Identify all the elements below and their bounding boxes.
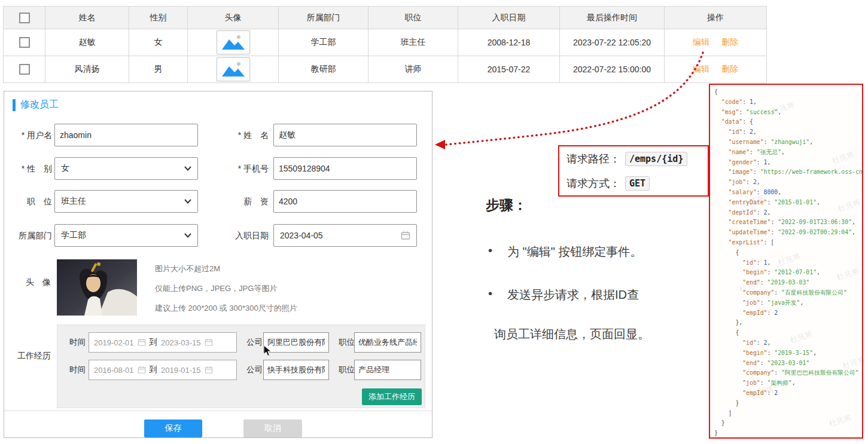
table-row: 赵敏 女 学工部 班主任 2008-12-18 2023-07-22 12:05… [4,29,767,56]
portrait-image [57,259,137,316]
avatar-thumbnail[interactable] [217,57,250,81]
position-input[interactable] [354,332,421,353]
table-header-row: 姓名 性别 头像 所属部门 职位 入职日期 最后操作时间 操作 [4,7,767,29]
avatar-hint: 仅能上传PNG，JPEG，JPG等图片 [155,283,277,294]
salary-label: 薪 资 [226,190,269,213]
chevron-down-icon [184,199,191,204]
json-code: { "code": 1, "msg": "success", "data": {… [714,87,862,439]
begin-date: 2016-08-01 [94,366,134,375]
cell-update-time: 2023-07-22 12:05:20 [560,29,665,56]
bullet: • [488,244,492,258]
calendar-icon [205,366,213,374]
edit-employee-modal: 修改员工 * 用户名 * 姓 名 * 性 别 女 * 手机号 职 位 班主任 薪… [4,91,433,438]
request-method-label: 请求方式： [567,176,620,191]
username-input[interactable] [54,124,198,146]
chevron-down-icon [184,233,191,238]
image-icon [220,33,246,51]
gender-label: * 性 别 [9,157,52,180]
time-label: 时间 [69,332,86,353]
cell-name: 赵敏 [45,29,129,56]
title-accent-bar [13,99,16,111]
avatar-photo[interactable] [57,259,137,316]
company-label: 公司 [246,360,263,380]
step-item: • 发送异步请求，根据ID查 [486,287,639,303]
column-header-job: 职位 [368,7,458,29]
begin-date: 2019-02-01 [94,338,134,347]
request-info-box: 请求路径： /emps/{id} 请求方式： GET [558,145,709,197]
column-header-update-time: 最后操作时间 [560,7,665,29]
cancel-button[interactable]: 取消 [243,419,302,437]
cell-entry-date: 2008-12-18 [458,29,560,56]
modal-footer: 保存 取消 [4,411,432,438]
save-button[interactable]: 保存 [144,419,202,437]
table-row: 风清扬 男 教研部 讲师 2015-07-22 2022-07-22 15:00… [4,56,767,83]
experience-date-range[interactable]: 2016-08-01 到 2019-01-15 [89,360,237,380]
avatar-hint: 图片大小不超过2M [155,264,220,274]
company-input[interactable] [263,332,329,353]
request-method-value: GET [625,176,650,191]
name-label: * 姓 名 [226,124,269,146]
row-checkbox[interactable] [19,37,30,48]
avatar-label: 头 像 [9,259,51,305]
employee-table: 姓名 性别 头像 所属部门 职位 入职日期 最后操作时间 操作 赵敏 女 学工部 [3,6,767,83]
position-label: 职位 [339,332,355,353]
cell-update-time: 2022-07-22 15:00:00 [560,56,665,83]
select-all-cell [4,7,45,29]
select-all-checkbox[interactable] [19,13,30,23]
cell-job: 班主任 [368,29,458,56]
position-input[interactable] [354,360,421,380]
job-label: 职 位 [9,190,52,213]
name-input[interactable] [273,124,417,146]
step-item: • 为 "编辑" 按钮绑定事件。 [486,244,642,260]
username-label: * 用户名 [9,124,52,146]
column-header-actions: 操作 [665,7,767,29]
calendar-icon [401,231,410,240]
position-label: 职位 [339,360,355,380]
calendar-icon [138,338,146,347]
delete-link[interactable]: 删除 [721,64,738,74]
calendar-icon [138,366,146,374]
column-header-gender: 性别 [129,7,188,29]
cell-dept: 教研部 [279,56,368,83]
company-input[interactable] [263,360,329,380]
column-header-name: 姓名 [45,7,129,29]
column-header-avatar: 头像 [188,7,279,29]
steps-heading: 步骤： [486,196,527,215]
job-select-value: 班主任 [61,196,86,207]
entry-date-value: 2023-04-05 [280,231,323,240]
time-label: 时间 [69,360,86,380]
json-response-panel: { "code": 1, "msg": "success", "data": {… [709,84,863,439]
phone-label: * 手机号 [226,157,269,180]
dept-select-value: 学工部 [61,230,86,241]
experience-date-range[interactable]: 2019-02-01 到 2023-03-15 [89,332,237,353]
company-label: 公司 [246,332,263,353]
chevron-down-icon [184,166,191,171]
gender-select-value: 女 [61,163,69,174]
dept-select[interactable]: 学工部 [54,224,198,247]
date-range-separator: 到 [150,365,158,375]
avatar-thumbnail[interactable] [217,30,250,54]
date-range-separator: 到 [150,337,158,348]
request-path-label: 请求路径： [567,152,620,166]
column-header-dept: 所属部门 [279,7,368,29]
step-item-continuation: 询员工详细信息，页面回显。 [494,326,650,342]
edit-link[interactable]: 编辑 [693,37,709,47]
end-date: 2023-03-15 [161,338,201,347]
end-date: 2019-01-15 [161,366,201,375]
row-checkbox[interactable] [19,64,30,75]
add-experience-button[interactable]: 添加工作经历 [362,388,422,405]
cell-job: 讲师 [368,56,458,83]
salary-input[interactable] [273,190,417,213]
column-header-entry-date: 入职日期 [458,7,560,29]
dept-label: 所属部门 [9,224,52,247]
phone-input[interactable] [273,157,417,180]
entry-date-input[interactable]: 2023-04-05 [273,224,417,247]
cell-entry-date: 2015-07-22 [458,56,560,83]
gender-select[interactable]: 女 [54,157,198,180]
edit-link[interactable]: 编辑 [693,64,709,74]
job-select[interactable]: 班主任 [54,190,198,213]
avatar-hint: 建议上传 200*200 或 300*300尺寸的照片 [155,303,297,314]
delete-link[interactable]: 删除 [721,37,738,47]
cell-gender: 女 [129,29,188,56]
entry-date-label: 入职日期 [226,224,269,247]
